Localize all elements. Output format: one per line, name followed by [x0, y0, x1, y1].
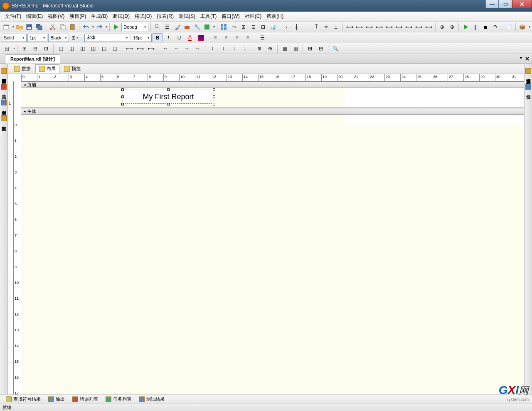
l7-icon[interactable]: ⟷	[124, 44, 134, 53]
zoom-icon[interactable]: 🔍	[330, 44, 340, 53]
l2-icon[interactable]: ◫	[66, 44, 76, 53]
test-run-icon[interactable]: 📦	[518, 22, 527, 32]
close-button[interactable]: ✕	[512, 0, 532, 8]
redo-icon[interactable]	[95, 22, 104, 32]
dropdown-icon[interactable]: ▾	[213, 25, 215, 29]
l10-icon[interactable]: ↔	[160, 44, 170, 53]
wrench-icon[interactable]: 🔧	[192, 22, 202, 32]
cut-icon[interactable]	[48, 22, 57, 32]
menu-view[interactable]: 视图(V)	[45, 13, 67, 20]
error-list-tab[interactable]: 错误列表	[69, 395, 101, 403]
new-project-icon[interactable]	[2, 22, 11, 32]
selection-handle[interactable]	[213, 103, 215, 105]
tab-dropdown-icon[interactable]: ▾	[520, 56, 522, 60]
layout-grid3-icon[interactable]: ⊡	[41, 44, 51, 53]
dropdown-icon[interactable]: ▾	[106, 25, 107, 29]
bold-button[interactable]: B	[153, 33, 163, 42]
design-surface[interactable]: 0123456789101112131415161718192021222324…	[8, 74, 524, 394]
vspace-dec-icon[interactable]: ⟷	[424, 22, 433, 32]
paste-icon[interactable]	[68, 22, 77, 32]
canvas[interactable]: 页眉 My First Report 主体	[21, 81, 524, 394]
properties-tab[interactable]: 属性	[525, 81, 532, 94]
document-tab[interactable]: ReportMan.rdl [设计]	[5, 54, 60, 64]
align-center-icon[interactable]: ┼	[292, 22, 301, 32]
window-icon[interactable]: ▭	[229, 22, 238, 32]
selection-handle[interactable]	[121, 95, 124, 98]
menu-project[interactable]: 项目(P)	[67, 13, 89, 20]
menu-build[interactable]: 生成(B)	[89, 13, 110, 20]
body-section-bar[interactable]: 主体	[21, 108, 524, 115]
selection-handle[interactable]	[121, 103, 124, 105]
maximize-button[interactable]: ▭	[499, 0, 512, 8]
l14-icon[interactable]: ↕	[207, 44, 217, 53]
selection-handle[interactable]	[213, 95, 215, 98]
l20-icon[interactable]: ▦	[280, 44, 290, 53]
font-color-icon[interactable]: A	[185, 33, 195, 42]
open-icon[interactable]	[15, 22, 24, 32]
hspace-inc-icon[interactable]: ⟷	[384, 22, 394, 32]
l6-icon[interactable]: ◫	[110, 44, 120, 53]
dataset-tab[interactable]: 数据集	[0, 113, 8, 125]
hspace-dec-icon[interactable]: ⟷	[394, 22, 404, 32]
align-top-icon[interactable]: ⟙	[312, 22, 321, 32]
selection-handle[interactable]	[121, 88, 124, 91]
l16-icon[interactable]: ↕	[229, 44, 239, 53]
find-icon[interactable]	[153, 22, 162, 32]
align-right-text-icon[interactable]: ≡	[232, 33, 242, 42]
l12-icon[interactable]: ↔	[182, 44, 192, 53]
align-right-icon[interactable]: ⫠	[302, 22, 311, 32]
font-family-combo[interactable]: 宋体	[84, 34, 130, 42]
same-width-icon[interactable]: ⟷	[345, 22, 354, 32]
l1-icon[interactable]: ◫	[56, 44, 66, 53]
menu-window[interactable]: 窗口(W)	[219, 13, 242, 20]
layout-grid1-icon[interactable]: ⊞	[20, 44, 30, 53]
save-icon[interactable]	[25, 22, 34, 32]
selection-handle[interactable]	[213, 88, 215, 91]
l9-icon[interactable]: ⟷	[146, 44, 156, 53]
selection-handle[interactable]	[167, 103, 170, 105]
test-results-tab[interactable]: 测试结果	[135, 395, 168, 403]
chart-icon[interactable]: 📊	[268, 22, 278, 32]
minimize-button[interactable]: —	[485, 0, 499, 8]
tab-data[interactable]: 数据	[10, 64, 34, 73]
table-icon[interactable]: ⊟	[249, 22, 258, 32]
bg-color-icon[interactable]	[196, 33, 206, 42]
config-combo[interactable]: Debug	[121, 23, 148, 31]
menu-report[interactable]: 报表(R)	[154, 13, 176, 20]
underline-button[interactable]: U	[174, 33, 184, 42]
task-list-tab[interactable]: 任务列表	[102, 395, 135, 403]
menu-test[interactable]: 测试(S)	[176, 13, 198, 20]
tab-preview[interactable]: 预览	[60, 64, 84, 73]
align-center-text-icon[interactable]: ≡	[221, 33, 231, 42]
italic-button[interactable]: I	[163, 33, 173, 42]
grid-icon[interactable]: ⊞	[239, 22, 248, 32]
l5-icon[interactable]: ◫	[99, 44, 109, 53]
border-style-combo[interactable]: Solid	[2, 34, 27, 42]
pause-icon[interactable]: ‖	[471, 22, 480, 32]
step-icon[interactable]: ↷	[491, 22, 500, 32]
align-justify-text-icon[interactable]: ≡	[243, 33, 253, 42]
l19-icon[interactable]: ⊕	[265, 44, 275, 53]
center-v-icon[interactable]: ⊕	[448, 22, 457, 32]
stop-icon[interactable]: ◼	[481, 22, 490, 32]
tab-close-icon[interactable]: ✕	[525, 56, 530, 62]
snap-icon[interactable]: ⊡	[259, 22, 268, 32]
hspace-equal-icon[interactable]: ⟷	[375, 22, 384, 32]
registry-icon[interactable]	[202, 22, 212, 32]
same-height-icon[interactable]: ⟷	[355, 22, 364, 32]
solution-explorer-tab[interactable]: 解决方案资源管理器	[525, 66, 532, 78]
border-color-combo[interactable]: Black	[48, 34, 69, 42]
toolbox-icon[interactable]	[182, 22, 192, 32]
vspace-inc-icon[interactable]: ⟷	[414, 22, 424, 32]
menu-debug[interactable]: 调试(D)	[110, 13, 132, 20]
menu-help[interactable]: 帮助(H)	[264, 13, 286, 20]
doc-outline-tab[interactable]: 文档大纲	[0, 97, 8, 110]
center-h-icon[interactable]: ⊕	[438, 22, 447, 32]
l11-icon[interactable]: ↔	[171, 44, 181, 53]
l3-icon[interactable]: ◫	[77, 44, 87, 53]
font-size-combo[interactable]: 16pt	[131, 34, 152, 42]
same-size-icon[interactable]: ⟷	[365, 22, 374, 32]
tab-layout[interactable]: 布局	[35, 64, 59, 73]
menu-edit[interactable]: 编辑(E)	[24, 13, 45, 20]
layout-grid2-icon[interactable]: ⊟	[30, 44, 40, 53]
